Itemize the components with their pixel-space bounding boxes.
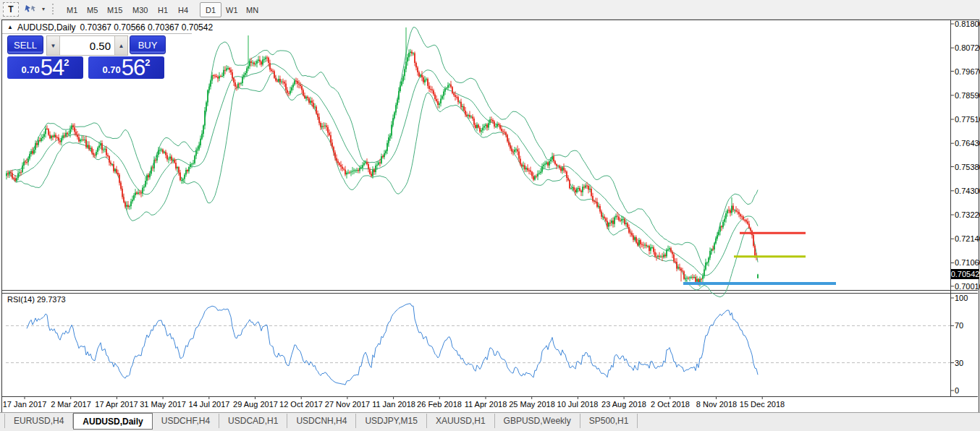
chart-header: ▲ AUDUSD,Daily 0.70367 0.70566 0.70367 0… [7,22,213,33]
chart-ohlc-values: 0.70367 0.70566 0.70367 0.70542 [80,22,214,33]
panel-collapse-icon[interactable]: ▲ [7,25,13,30]
sell-price-big: 54 [41,58,64,77]
rsi-indicator-label: RSI(14) 29.7373 [7,295,66,304]
volume-input[interactable] [60,36,114,55]
sell-price-pip: 2 [64,57,69,68]
sell-button[interactable]: SELL [7,35,43,54]
buy-price-quote[interactable]: 0.70 56 2 [88,56,164,79]
chart-tab-usdcnh-h4[interactable]: USDCNH,H4 [287,414,356,428]
trading-platform-window: T ▾ M1M5M15M30H1H4D1W1MN ▲ AUDUSD,Daily … [0,0,980,431]
volume-decrease-button[interactable]: ▼ [47,36,60,55]
rsi-line [27,304,758,385]
bear-candle-bodies [7,52,757,284]
volume-increase-button[interactable]: ▲ [114,36,127,55]
chart-tab-gbpusd-weekly[interactable]: GBPUSD,Weekly [495,414,580,428]
sell-price-prefix: 0.70 [21,64,39,75]
axis-tick-marks [25,24,954,399]
bear-candle-wicks [8,50,756,286]
bollinger-middle-band [8,64,758,276]
buy-price-big: 56 [122,58,145,77]
buy-price-pip: 2 [145,57,150,68]
chart-tab-eurusd-h4[interactable]: EURUSD,H4 [4,414,73,428]
volume-spinner: ▼ ▲ [46,35,128,56]
chart-tab-usdchf-h4[interactable]: USDCHF,H4 [153,414,219,428]
chart-tab-xauusd-h1[interactable]: XAUUSD,H1 [427,414,495,428]
chart-tab-usdjpy-m15[interactable]: USDJPY,M15 [356,414,426,428]
chart-tab-audusd-daily[interactable]: AUDUSD,Daily [73,413,152,430]
sell-price-quote[interactable]: 0.70 54 2 [7,56,83,79]
one-click-trade-panel: SELL ▼ ▲ BUY 0.70 54 2 0.70 56 2 [6,34,166,80]
symbol-tab-bar: EURUSD,H4AUDUSD,DailyUSDCHF,H4USDCAD,H1U… [0,412,980,431]
chart-tab-sp500-h1[interactable]: SP500,H1 [580,414,638,428]
current-price-tag: 0.70542 [951,269,979,279]
chart-symbol-title: AUDUSD,Daily [17,22,76,33]
buy-button[interactable]: BUY [130,35,166,54]
bull-candle-bodies [6,52,759,284]
buy-price-prefix: 0.70 [102,64,120,75]
rsi-level-lines [6,325,950,362]
chart-tab-usdcad-h1[interactable]: USDCAD,H1 [219,414,287,428]
